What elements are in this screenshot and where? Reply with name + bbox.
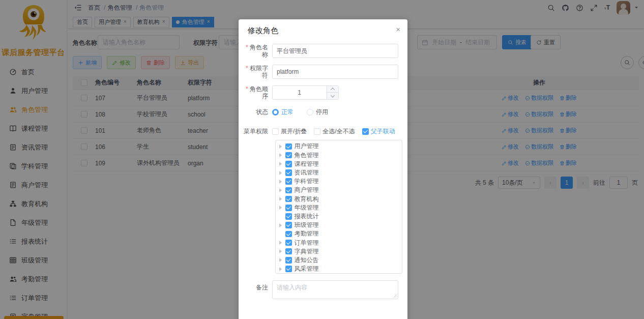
radio-icon [272,109,279,115]
role-order-field-row: 角色顺序 [242,85,398,100]
status-radio-group: 正常 停用 [272,108,328,117]
tree-node[interactable]: 资讯管理 [276,168,402,177]
stepper-up-button[interactable] [327,86,338,93]
expand-caret-icon[interactable] [279,206,284,210]
tree-node-label: 字典管理 [295,247,319,256]
expand-caret-icon[interactable] [279,144,284,149]
tree-checkbox[interactable] [285,248,292,255]
tree-node[interactable]: 商户管理 [276,186,402,194]
status-field-label: 状态 [242,108,268,115]
expand-caret-icon[interactable] [279,249,284,253]
menu-perm-option[interactable]: 全选/全不选 [314,127,355,136]
expand-caret-icon[interactable] [279,171,284,175]
expand-caret-icon[interactable] [279,197,284,201]
modal-header: 修改角色 × [239,19,407,39]
expand-caret-icon[interactable] [279,188,284,192]
tree-node[interactable]: 年级管理 [276,204,402,212]
role-name-field-label: 角色名称 [242,44,268,59]
perm-key-field-label: 权限字符 [242,65,268,79]
tree-node[interactable]: 班级管理 [276,221,402,229]
tree-node[interactable]: 课程管理 [276,160,402,168]
edit-role-modal: 修改角色 × 角色名称 权限字符 角色顺序 状态 [239,19,407,319]
tree-node-label: 年级管理 [295,204,319,212]
status-radio-option[interactable]: 正常 [272,108,294,117]
tree-node-label: 商户管理 [295,186,319,194]
tree-node[interactable]: 考勤管理 [276,229,402,238]
menu-permission-tree: 用户管理 角色管理 课程管理 资讯管理 [275,140,402,274]
tree-checkbox[interactable] [285,169,292,176]
tree-checkbox[interactable] [285,213,292,220]
tree-checkbox[interactable] [285,187,292,194]
radio-icon [307,109,313,115]
checkbox-icon [272,128,279,135]
tree-node-label: 通知公告 [295,256,319,265]
remark-textarea[interactable] [272,280,398,299]
expand-caret-icon[interactable] [279,180,284,184]
expand-caret-icon[interactable] [279,162,284,166]
tree-checkbox[interactable] [285,196,292,202]
tree-node[interactable]: 用户管理 [276,142,402,151]
tree-node[interactable]: 报表统计 [276,212,402,221]
tree-node-label: 班级管理 [295,221,319,229]
expand-caret-icon[interactable] [279,241,284,245]
remark-field-label: 备注 [242,284,268,291]
remark-field-row: 备注 [242,280,398,299]
modal-body: 角色名称 权限字符 角色顺序 状态 [239,39,407,299]
tree-node[interactable]: 字典管理 [276,247,402,256]
role-order-field-label: 角色顺序 [242,85,268,100]
tree-checkbox[interactable] [285,205,292,211]
menu-perm-field-row: 菜单权限 展开/折叠 全选/全不选 父子联动 [242,126,398,136]
tree-node-label: 课程管理 [295,160,319,168]
tree-node-label: 报表统计 [295,212,319,221]
tree-node-label: 考勤管理 [295,229,319,238]
close-icon[interactable]: × [396,25,400,33]
tree-node-label: 用户管理 [295,142,319,151]
stepper-down-button[interactable] [327,93,338,99]
menu-perm-field-label: 菜单权限 [242,128,268,135]
tree-node-label: 学科管理 [295,177,319,186]
tree-checkbox[interactable] [285,161,292,167]
expand-caret-icon[interactable] [279,223,284,227]
tree-node[interactable]: 订单管理 [276,238,402,247]
tree-node[interactable]: 角色管理 [276,151,402,160]
perm-key-field-row: 权限字符 [242,65,398,79]
expand-caret-icon[interactable] [279,153,284,157]
expand-caret-icon[interactable] [279,267,284,271]
tree-node[interactable]: 风采管理 [276,265,402,273]
tree-node-label: 风采管理 [295,265,319,273]
checkbox-icon [314,128,320,135]
menu-perm-option[interactable]: 展开/折叠 [272,127,307,136]
tree-checkbox[interactable] [285,152,292,159]
tree-checkbox[interactable] [285,222,292,228]
tree-checkbox[interactable] [285,143,292,150]
tree-node-label: 教育机构 [295,195,319,204]
status-field-row: 状态 正常 停用 [242,107,398,117]
tree-checkbox[interactable] [285,178,292,185]
expand-caret-icon[interactable] [279,258,284,262]
checkbox-icon [362,128,369,135]
tree-checkbox[interactable] [285,257,292,264]
perm-key-field-input[interactable] [272,65,398,79]
tree-checkbox[interactable] [285,231,292,238]
role-name-field-row: 角色名称 [242,44,398,59]
tree-node[interactable]: 教育机构 [276,194,402,203]
menu-perm-option[interactable]: 父子联动 [362,127,395,136]
tree-node[interactable]: 学科管理 [276,177,402,186]
tree-checkbox[interactable] [285,266,292,272]
role-name-field-input[interactable] [272,44,398,58]
tree-node[interactable]: 通知公告 [276,256,402,265]
tree-checkbox[interactable] [285,240,292,246]
tree-node-label: 角色管理 [295,151,319,160]
status-radio-option[interactable]: 停用 [307,108,328,117]
tree-node-label: 订单管理 [295,239,319,247]
modal-title: 修改角色 [248,26,278,35]
tree-node-label: 资讯管理 [295,168,319,177]
menu-perm-checkbox-group: 展开/折叠 全选/全不选 父子联动 [272,127,395,136]
